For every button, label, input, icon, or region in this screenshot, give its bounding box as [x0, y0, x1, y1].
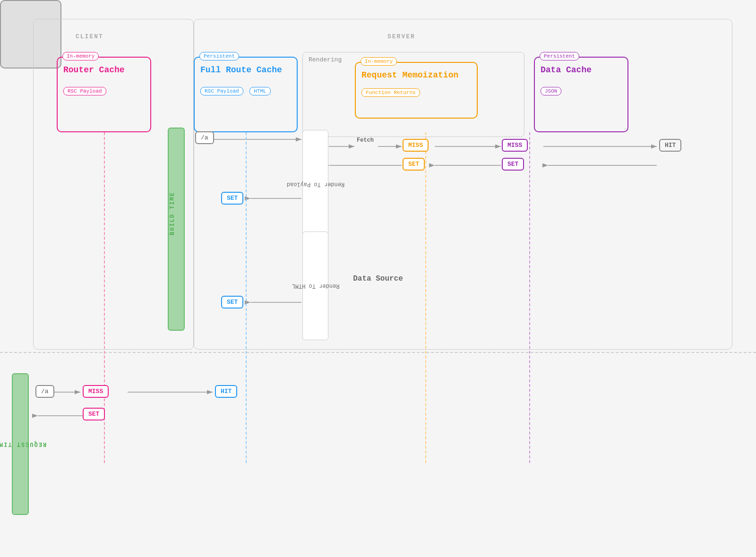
hit-blue-request: HIT — [215, 385, 237, 398]
route-badge-build: /a — [195, 131, 214, 144]
client-label: CLIENT — [76, 33, 103, 40]
data-cache-sub: JSON — [541, 87, 561, 95]
miss-purple-build: MISS — [502, 139, 528, 152]
router-cache-sub: RSC Payload — [63, 87, 106, 95]
hit-gray-build: HIT — [659, 139, 681, 152]
route-badge-request: /a — [35, 385, 54, 398]
diagram: CLIENT SERVER In-memory Router Cache RSC… — [0, 0, 756, 557]
fetch-label: Fetch — [357, 137, 374, 144]
build-time-bar: BUILD TIME — [168, 128, 185, 331]
render-html-label: Render To HTML — [292, 283, 339, 289]
set-purple-build: SET — [502, 158, 524, 171]
router-cache-title: Router Cache — [63, 65, 145, 75]
request-time-bar: REQUEST TIME — [12, 373, 29, 515]
set-blue-payload: SET — [221, 192, 243, 205]
set-pink-request: SET — [83, 408, 105, 420]
set-blue-html: SET — [221, 296, 243, 308]
render-html-box: Render To HTML — [302, 231, 328, 340]
build-time-label: BUILD TIME — [169, 192, 176, 235]
full-route-cache-badge: Persistent — [199, 52, 239, 60]
server-label: SERVER — [387, 33, 415, 40]
request-memo-sub: Function Returns — [361, 88, 420, 97]
data-cache-badge: Persistent — [540, 52, 579, 60]
data-cache-title: Data Cache — [541, 65, 622, 75]
render-payload-label: Render To Payload — [286, 181, 344, 188]
full-route-cache-title: Full Route Cache — [200, 65, 291, 75]
miss-orange-build: MISS — [403, 139, 429, 152]
request-time-label: REQUEST TIME — [0, 441, 46, 447]
dashed-line-request-memo — [425, 132, 426, 463]
request-memo-title: Request Memoization — [361, 70, 471, 80]
full-route-sub-rsc: RSC Payload — [200, 87, 243, 95]
dashed-line-full-route — [246, 132, 247, 463]
data-source-label: Data Source — [353, 274, 403, 283]
full-route-cache-box: Persistent Full Route Cache RSC Payload … — [194, 57, 298, 132]
section-divider — [0, 352, 756, 353]
full-route-sub-html: HTML — [249, 87, 270, 95]
miss-pink-request: MISS — [83, 385, 109, 398]
request-memo-badge: In-memory — [361, 57, 397, 66]
dashed-line-data-cache — [529, 132, 530, 463]
request-memo-box: In-memory Request Memoization Function R… — [355, 62, 478, 119]
data-cache-box: Persistent Data Cache JSON — [534, 57, 628, 132]
set-orange-build: SET — [403, 158, 425, 171]
router-cache-badge: In-memory — [62, 52, 99, 60]
render-payload-box: Render To Payload — [302, 130, 328, 239]
router-cache-box: In-memory Router Cache RSC Payload — [57, 57, 151, 132]
rendering-box: Rendering In-memory Request Memoization … — [302, 52, 524, 137]
rendering-label: Rendering — [309, 56, 342, 63]
